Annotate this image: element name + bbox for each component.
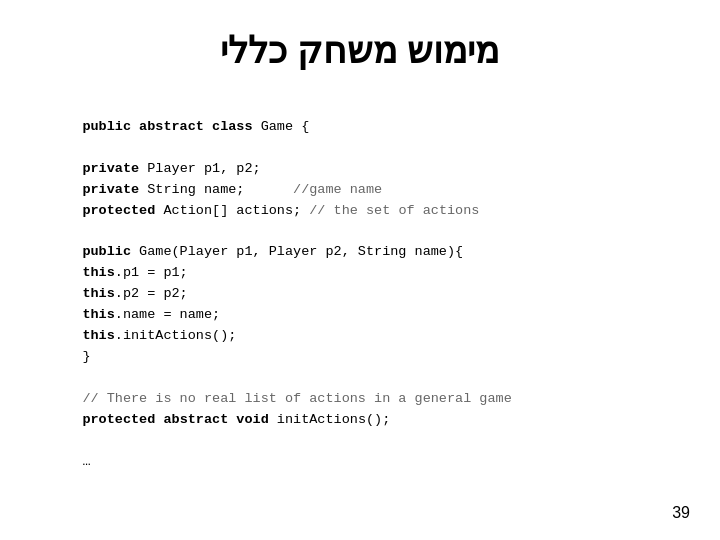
indent-block2: public Game(Player p1, Player p2, String… xyxy=(50,244,463,364)
kw-void: void xyxy=(236,412,268,427)
kw-abstract: abstract xyxy=(163,412,228,427)
class-declaration: Game { xyxy=(253,119,310,134)
indent-block3: // There is no real list of actions in a… xyxy=(50,391,512,427)
kw-private-2: private xyxy=(82,182,139,197)
comment-set-of-actions: // the set of actions xyxy=(309,203,479,218)
slide-title: מימוש משחק כללי xyxy=(50,30,670,72)
kw-this-4: this xyxy=(82,328,114,343)
page-number: 39 xyxy=(672,504,690,522)
code-block: public abstract class Game { private Pla… xyxy=(50,96,670,494)
kw-private-1: private xyxy=(82,161,139,176)
kw-public-game: public xyxy=(82,244,131,259)
comment-no-real-list: // There is no real list of actions in a… xyxy=(82,391,511,406)
kw-this-2: this xyxy=(82,286,114,301)
keyword-public-abstract: public abstract class xyxy=(82,119,252,134)
kw-protected-2: protected xyxy=(82,412,155,427)
kw-this-3: this xyxy=(82,307,114,322)
slide-container: מימוש משחק כללי public abstract class Ga… xyxy=(0,0,720,540)
ellipsis: … xyxy=(82,454,90,469)
indent-block1: private Player p1, p2; private String na… xyxy=(50,161,479,218)
kw-this-1: this xyxy=(82,265,114,280)
kw-protected-1: protected xyxy=(82,203,155,218)
comment-game-name: //game name xyxy=(293,182,382,197)
